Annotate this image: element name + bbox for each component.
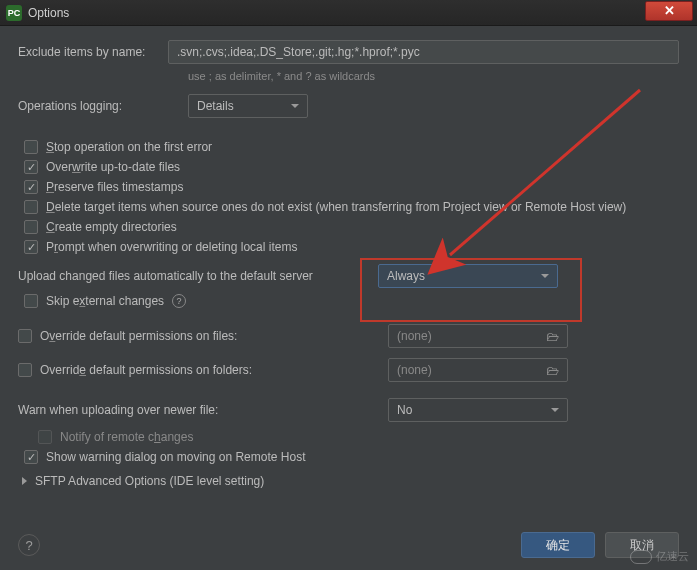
stop-on-error-label: Stop operation on the first error — [46, 140, 212, 154]
warn-newer-select[interactable]: No — [388, 398, 568, 422]
folder-icon: 🗁 — [546, 329, 559, 344]
override-file-perms-label: Override default permissions on files: — [40, 329, 237, 343]
sftp-advanced-toggle[interactable]: SFTP Advanced Options (IDE level setting… — [22, 474, 679, 488]
delete-target-label: Delete target items when source ones do … — [46, 200, 626, 214]
exclude-hint: use ; as delimiter, * and ? as wildcards — [188, 70, 679, 82]
operations-logging-value: Details — [197, 99, 234, 113]
file-perms-field[interactable]: (none) 🗁 — [388, 324, 568, 348]
show-warning-move-checkbox[interactable] — [24, 450, 38, 464]
overwrite-uptodate-label: Overwrite up-to-date files — [46, 160, 180, 174]
upload-auto-label: Upload changed files automatically to th… — [18, 269, 378, 283]
chevron-down-icon — [291, 104, 299, 108]
warn-newer-label: Warn when uploading over newer file: — [18, 403, 388, 417]
override-folder-perms-checkbox[interactable] — [18, 363, 32, 377]
preserve-timestamps-checkbox[interactable] — [24, 180, 38, 194]
titlebar: PC Options ✕ — [0, 0, 697, 26]
folder-icon: 🗁 — [546, 363, 559, 378]
delete-target-checkbox[interactable] — [24, 200, 38, 214]
notify-remote-checkbox — [38, 430, 52, 444]
prompt-overwrite-label: Prompt when overwriting or deleting loca… — [46, 240, 297, 254]
stop-on-error-checkbox[interactable] — [24, 140, 38, 154]
sftp-advanced-label: SFTP Advanced Options (IDE level setting… — [35, 474, 264, 488]
exclude-label: Exclude items by name: — [18, 45, 168, 59]
chevron-down-icon — [541, 274, 549, 278]
upload-auto-value: Always — [387, 269, 425, 283]
override-folder-perms-label: Override default permissions on folders: — [40, 363, 252, 377]
chevron-down-icon — [551, 408, 559, 412]
skip-external-label: Skip external changes — [46, 294, 164, 308]
overwrite-uptodate-checkbox[interactable] — [24, 160, 38, 174]
create-empty-label: Create empty directories — [46, 220, 177, 234]
warn-newer-value: No — [397, 403, 412, 417]
preserve-timestamps-label: Preserve files timestamps — [46, 180, 183, 194]
override-file-perms-checkbox[interactable] — [18, 329, 32, 343]
exclude-input[interactable] — [168, 40, 679, 64]
notify-remote-label: Notify of remote changes — [60, 430, 193, 444]
operations-logging-select[interactable]: Details — [188, 94, 308, 118]
operations-logging-label: Operations logging: — [18, 99, 188, 113]
cancel-button[interactable]: 取消 — [605, 532, 679, 558]
help-button[interactable]: ? — [18, 534, 40, 556]
help-icon[interactable]: ? — [172, 294, 186, 308]
skip-external-checkbox[interactable] — [24, 294, 38, 308]
prompt-overwrite-checkbox[interactable] — [24, 240, 38, 254]
folder-perms-field[interactable]: (none) 🗁 — [388, 358, 568, 382]
folder-perms-value: (none) — [397, 363, 432, 377]
triangle-right-icon — [22, 477, 27, 485]
upload-auto-select[interactable]: Always — [378, 264, 558, 288]
close-button[interactable]: ✕ — [645, 1, 693, 21]
ok-button[interactable]: 确定 — [521, 532, 595, 558]
create-empty-checkbox[interactable] — [24, 220, 38, 234]
window-title: Options — [28, 6, 645, 20]
show-warning-move-label: Show warning dialog on moving on Remote … — [46, 450, 305, 464]
file-perms-value: (none) — [397, 329, 432, 343]
app-icon: PC — [6, 5, 22, 21]
